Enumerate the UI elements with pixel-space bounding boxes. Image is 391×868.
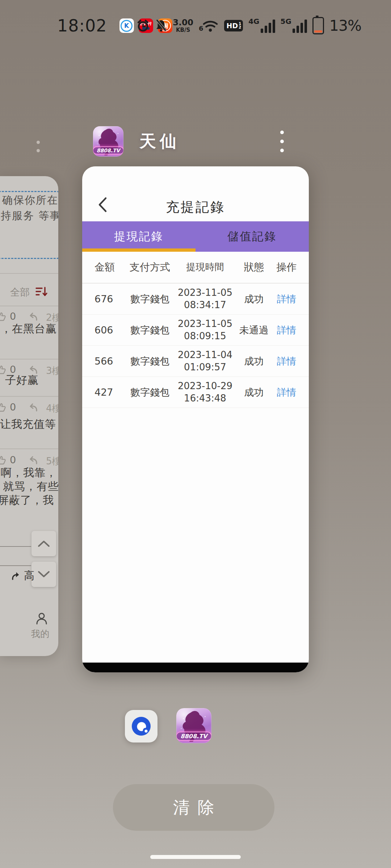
reply-icon[interactable] <box>28 311 38 322</box>
status-cell: 成功 <box>235 355 273 368</box>
time-cell: 2023-11-0401:09:57 <box>175 349 235 374</box>
divider <box>0 448 58 449</box>
time-cell: 2023-11-0508:34:17 <box>175 287 235 311</box>
divider <box>0 306 58 306</box>
table-row: 676數字錢包2023-11-0508:34:17成功詳情 <box>82 284 309 315</box>
col-amount: 金額 <box>90 260 125 274</box>
method-cell: 數字錢包 <box>125 386 175 399</box>
status-cell: 未通過 <box>235 324 273 337</box>
like-icon[interactable] <box>0 311 6 322</box>
card-bottom-bar <box>82 663 309 672</box>
divider <box>0 273 58 274</box>
col-method: 支付方式 <box>125 260 175 274</box>
share-arrow-icon <box>11 571 22 581</box>
person-icon <box>35 612 49 626</box>
left-card-menu-dot <box>37 149 40 152</box>
comment-text: 屏蔽了，我 <box>0 493 54 508</box>
left-card-menu-dot <box>37 141 40 144</box>
input-box-edge <box>0 546 31 547</box>
battery-icon <box>312 17 324 34</box>
comment-text: 就骂，有些t <box>3 479 58 494</box>
card-menu-button[interactable] <box>275 126 289 157</box>
tab-deposit-records[interactable]: 儲值記錄 <box>196 221 309 252</box>
icon-badge: 8808.TV <box>176 732 211 741</box>
scroll-down-button[interactable] <box>31 562 56 587</box>
comment-meta: 0 4樓 <box>0 401 58 414</box>
time-cell: 2023-11-0508:09:15 <box>175 318 235 342</box>
banner-text: 持服务 等事 <box>1 209 58 223</box>
col-status: 狀態 <box>235 260 273 274</box>
detail-link[interactable]: 詳情 <box>273 293 300 306</box>
reply-icon[interactable] <box>28 402 38 412</box>
divider <box>0 396 58 397</box>
like-icon[interactable] <box>0 455 6 465</box>
method-cell: 數字錢包 <box>125 293 175 306</box>
col-action: 操作 <box>273 260 300 274</box>
page-title: 充提記錄 <box>82 198 309 216</box>
chevron-up-icon <box>38 540 50 547</box>
home-indicator[interactable] <box>150 855 241 859</box>
chevron-down-icon <box>38 571 50 578</box>
table-row: 606數字錢包2023-11-0508:09:15未通過詳情 <box>82 315 309 346</box>
app-icon-8808tv[interactable]: 8808.TV <box>93 126 123 157</box>
share-control[interactable]: 高 <box>11 569 34 583</box>
divider <box>0 359 58 359</box>
detail-link[interactable]: 詳情 <box>273 324 300 337</box>
bell-muted-icon <box>155 19 167 32</box>
keep-app-icon: K <box>119 18 134 33</box>
tab-bar: 提現記錄 儲值記錄 <box>82 221 309 252</box>
battery-percent: 13% <box>329 17 361 34</box>
col-time: 提現時間 <box>175 261 235 273</box>
table-body: 676數字錢包2023-11-0508:34:17成功詳情606數字錢包2023… <box>82 284 309 408</box>
active-tab-underline <box>82 248 196 252</box>
recent-card-front[interactable]: 充提記錄 提現記錄 儲值記錄 金額 支付方式 提現時間 狀態 操作 676數字錢… <box>82 166 309 672</box>
tab-withdraw-records[interactable]: 提現記錄 <box>82 221 196 252</box>
page-header: 充提記錄 <box>82 166 309 221</box>
like-icon[interactable] <box>0 402 6 412</box>
input-box-edge <box>0 565 31 566</box>
recent-card-left[interactable]: 确保你所在的 持服务 等事 全部 0 2樓 ，在黑台赢 0 <box>0 176 58 656</box>
wifi-icon: 6 <box>199 19 219 33</box>
network-speed: 3.00KB/S <box>173 18 193 33</box>
clock: 18:02 <box>57 16 107 35</box>
scroll-up-button[interactable] <box>31 531 56 556</box>
icon-badge: 8808.TV <box>93 146 123 154</box>
time-cell: 2023-10-2916:43:48 <box>175 380 235 405</box>
filter-all[interactable]: 全部 <box>10 286 30 299</box>
signal-4g-icon: 4G <box>248 18 275 33</box>
table-header: 金額 支付方式 提現時間 狀態 操作 <box>82 252 309 284</box>
nav-item-mine[interactable]: 我的 <box>31 628 49 640</box>
comment-text: 让我充值等 <box>0 417 56 432</box>
amount-cell: 427 <box>90 387 125 398</box>
reply-icon[interactable] <box>28 455 38 465</box>
hd-volte-badge: HD 12 <box>224 20 243 31</box>
signal-5g-icon: 5G <box>281 18 307 33</box>
front-app-title: 天仙 <box>139 130 180 153</box>
amount-cell: 676 <box>90 293 125 305</box>
comment-text: 啊，我靠， <box>1 465 57 480</box>
front-app-header: 8808.TV 天仙 <box>82 125 309 157</box>
recents-screen: 18:02 K 云闪付 淘 3.00KB/S 6 <box>0 0 391 868</box>
app-icon-quark[interactable] <box>125 710 157 743</box>
app-icon-8808tv-dock[interactable]: 8808.TV <box>176 708 211 743</box>
detail-link[interactable]: 詳情 <box>273 355 300 368</box>
comment-text: ，在黑台赢 <box>1 322 57 336</box>
amount-cell: 566 <box>90 356 125 367</box>
clear-all-button[interactable]: 清除 <box>113 784 274 831</box>
quark-logo <box>130 715 153 738</box>
sort-icon[interactable] <box>35 286 48 297</box>
detail-link[interactable]: 詳情 <box>273 386 300 399</box>
status-cell: 成功 <box>235 386 273 399</box>
method-cell: 數字錢包 <box>125 324 175 337</box>
table-row: 566數字錢包2023-11-0401:09:57成功詳情 <box>82 346 309 377</box>
status-bar-right: 3.00KB/S 6 HD 12 4G 5G 13% <box>136 14 361 38</box>
comment-text: 子好赢 <box>5 373 39 388</box>
alarm-icon <box>136 19 150 32</box>
banner-text: 确保你所在的 <box>2 193 58 208</box>
status-cell: 成功 <box>235 293 273 306</box>
method-cell: 數字錢包 <box>125 355 175 368</box>
amount-cell: 606 <box>90 324 125 336</box>
table-row: 427數字錢包2023-10-2916:43:48成功詳情 <box>82 377 309 408</box>
